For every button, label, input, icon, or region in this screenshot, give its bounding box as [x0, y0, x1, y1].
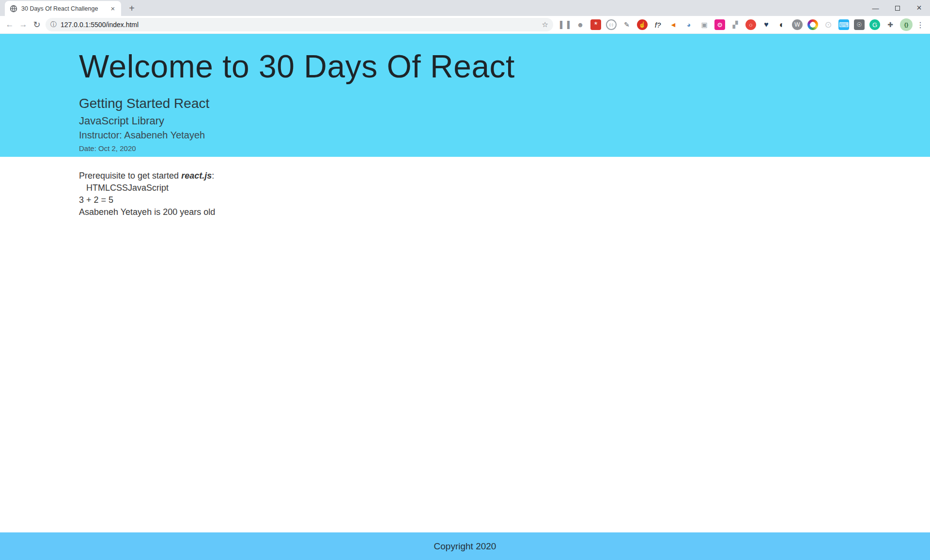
side-panels-icon[interactable]: ▌▐ — [559, 19, 570, 30]
react-js-highlight: react.js — [181, 171, 212, 181]
web-page: Welcome to 30 Days Of React Getting Star… — [0, 34, 930, 560]
site-info-icon[interactable]: ⓘ — [50, 20, 57, 29]
minimize-button[interactable]: — — [865, 0, 886, 16]
tab-strip: 30 Days Of React Challenge × + — × — [0, 0, 930, 16]
reload-button[interactable]: ↻ — [30, 18, 44, 31]
red-ring-icon[interactable]: ○ — [745, 19, 756, 30]
maximize-icon — [895, 6, 900, 11]
puzzle-icon[interactable]: ✚ — [885, 19, 896, 30]
megaphone-icon[interactable]: ◄ — [668, 19, 679, 30]
page-title: Welcome to 30 Days Of React — [79, 48, 930, 85]
browser-toolbar: ← → ↻ ⓘ 127.0.0.1:5500/index.html ☆ ▌▐☻*… — [0, 16, 930, 34]
instructor-line: Instructor: Asabeneh Yetayeh — [79, 130, 930, 141]
color-picker-icon[interactable]: ✎ — [621, 19, 632, 30]
stop-hand-icon[interactable]: ☝ — [637, 19, 648, 30]
new-tab-button[interactable]: + — [125, 1, 139, 15]
close-button[interactable]: × — [908, 0, 930, 16]
prerequisite-line: Prerequisite to get started react.js: — [79, 170, 930, 182]
profile-avatar[interactable]: {} — [900, 18, 913, 31]
globe-favicon-icon — [10, 5, 17, 13]
rainbow-ring-icon[interactable] — [807, 19, 818, 30]
copyright-text: Copyright 2020 — [434, 541, 496, 552]
page-main: Prerequisite to get started react.js: HT… — [0, 157, 930, 532]
browser-window: 30 Days Of React Challenge × + — × ← → ↻… — [0, 0, 930, 560]
window-controls: — × — [865, 0, 930, 16]
tab-close-icon[interactable]: × — [108, 4, 117, 13]
pink-gear-icon[interactable]: ⚙ — [714, 19, 725, 30]
url-text[interactable]: 127.0.0.1:5500/index.html — [61, 21, 542, 29]
tab-title: 30 Days Of React Challenge — [21, 5, 108, 12]
browser-menu-icon[interactable]: ⋮ — [914, 19, 926, 30]
power-circle-icon[interactable]: ◐ — [776, 19, 787, 30]
maximize-button[interactable] — [886, 0, 908, 16]
camera-icon[interactable]: ▣ — [699, 19, 710, 30]
date-line: Date: Oct 2, 2020 — [79, 144, 930, 152]
f-question-icon[interactable]: f? — [652, 19, 663, 30]
bug-icon[interactable]: ☻ — [575, 19, 586, 30]
page-header: Welcome to 30 Days Of React Getting Star… — [0, 34, 930, 157]
face-circle-icon[interactable]: (-) — [606, 19, 617, 30]
orbit-icon[interactable]: ⊙ — [823, 19, 834, 30]
address-bar[interactable]: ⓘ 127.0.0.1:5500/index.html ☆ — [46, 18, 553, 31]
bookmark-star-icon[interactable]: ☆ — [542, 20, 548, 29]
technologies-list: HTMLCSSJavaScript — [79, 182, 930, 194]
lightbulb-icon[interactable]: ☉ — [854, 19, 865, 30]
heart-search-icon[interactable]: ♥ — [761, 19, 772, 30]
forward-button[interactable]: → — [16, 18, 30, 31]
age-line: Asabeneh Yetayeh is 200 years old — [79, 206, 930, 218]
grammarly-icon[interactable]: G — [869, 19, 880, 30]
wordpress-icon[interactable]: W — [792, 19, 803, 30]
technologies-text: HTMLCSSJavaScript — [86, 182, 930, 194]
extensions-bar: ▌▐☻*(-)✎☝f?◄◕▣⚙▞○♥◐W⊙⌨☉G✚ — [557, 19, 898, 30]
sum-line: 3 + 2 = 5 — [79, 194, 930, 206]
page-subtitle: Getting Started React — [79, 96, 930, 111]
swirl-circle-icon[interactable]: ◕ — [683, 19, 694, 30]
tab-30-days-of-react[interactable]: 30 Days Of React Challenge × — [5, 1, 121, 16]
keyboard-icon[interactable]: ⌨ — [838, 19, 849, 30]
blocks-icon[interactable]: ▞ — [730, 19, 741, 30]
page-footer: Copyright 2020 — [0, 532, 930, 560]
library-label: JavaScript Library — [79, 115, 930, 127]
web-scraper-icon[interactable]: * — [590, 19, 601, 30]
back-button[interactable]: ← — [3, 18, 16, 31]
